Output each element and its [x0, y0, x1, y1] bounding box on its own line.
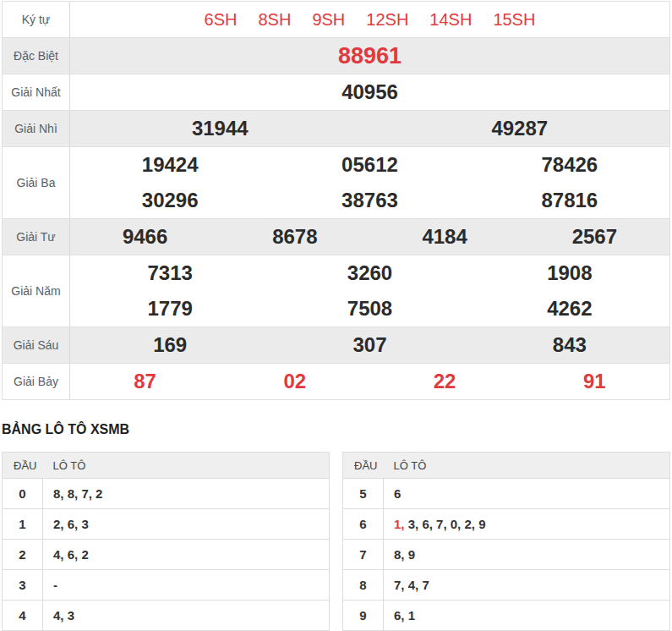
loto-value: 3: [68, 608, 74, 623]
prize-number: 4262: [547, 297, 592, 320]
prize-cell: 8SH: [259, 10, 292, 30]
prize-number: 05612: [341, 153, 398, 176]
prize-label: Đặc Biệt: [3, 38, 70, 74]
loto-value: 7: [422, 578, 429, 592]
loto-value: 6,: [68, 547, 79, 562]
loto-row-dau-3: 3-: [3, 570, 330, 601]
prize-cell: 12SH: [366, 10, 408, 30]
prize-label: Giải Năm: [3, 255, 70, 326]
prize-number: 30296: [142, 189, 199, 211]
loto-tables: ĐẦULÔ TÔ08, 8, 7, 212, 6, 324, 6, 23-44,…: [2, 452, 670, 631]
prize-cell: 22: [370, 370, 520, 393]
prize-line: 6SH8SH9SH12SH14SH15SH: [70, 2, 669, 37]
loto-value: 2: [96, 486, 102, 501]
prize-number: 6SH: [205, 10, 238, 29]
loto-value: 2,: [464, 517, 475, 531]
loto-value: 6,: [394, 608, 405, 623]
loto-row-dau-1: 12, 6, 3: [3, 509, 330, 540]
prize-cell: 38763: [270, 189, 469, 212]
loto-value: 4,: [53, 608, 64, 623]
prize-number: 91: [583, 370, 606, 392]
prize-line: 302963876387816: [70, 183, 669, 218]
prize-cell: 307: [270, 333, 469, 357]
loto-col-header-loto: LÔ TÔ: [384, 453, 670, 479]
prize-cell: 19424: [70, 153, 270, 177]
loto-value: 8,: [53, 486, 64, 501]
loto-col-header-dau: ĐẦU: [3, 453, 43, 479]
prize-number: 87: [134, 370, 156, 392]
loto-values-cell: -: [43, 570, 330, 601]
loto-value: 4,: [53, 547, 64, 562]
loto-values-cell: 8, 8, 7, 2: [43, 479, 330, 509]
prize-cell: 169: [70, 333, 270, 357]
prize-number: 78426: [541, 153, 598, 176]
loto-values-cell: 7, 4, 7: [384, 570, 670, 601]
prize-cell: 7313: [70, 261, 270, 285]
prize-cell: 9466: [70, 225, 220, 249]
prize-line: 3194449287: [70, 111, 669, 146]
prize-values: 194240561278426302963876387816: [70, 147, 669, 218]
prize-number: 15SH: [493, 10, 535, 29]
loto-table-left: ĐẦULÔ TÔ08, 8, 7, 212, 6, 324, 6, 23-44,…: [2, 452, 330, 631]
prize-number: 02: [284, 370, 307, 392]
prize-number: 7313: [147, 261, 192, 284]
prize-cell: 9SH: [312, 10, 345, 30]
prize-row-giai-nhat: Giải Nhất40956: [3, 74, 669, 111]
prize-number: 3260: [347, 261, 392, 284]
loto-values-cell: 4, 6, 2: [43, 540, 330, 570]
loto-dau-cell: 7: [343, 540, 384, 570]
loto-section-title: BẢNG LÔ TÔ XSMB: [2, 422, 672, 437]
loto-row-dau-9: 96, 1: [343, 601, 670, 631]
prize-number: 307: [352, 333, 386, 356]
loto-header-row: ĐẦULÔ TÔ: [343, 453, 670, 479]
prize-cell: 14SH: [429, 10, 472, 30]
loto-value: 3,: [408, 517, 419, 531]
prize-values: 87022291: [70, 364, 669, 399]
prize-row-giai-sau: Giải Sáu169307843: [3, 327, 669, 364]
prize-number: 9SH: [312, 10, 345, 29]
loto-value: 9: [478, 517, 485, 531]
prize-label: Giải Tư: [3, 219, 70, 255]
results-table: Ký tự6SH8SH9SH12SH14SH15SHĐặc Biệt88961G…: [2, 1, 670, 400]
loto-value: 7,: [394, 578, 405, 592]
loto-value: 1: [408, 608, 415, 623]
prize-cell: 91: [520, 370, 669, 393]
prize-cell: 15SH: [493, 10, 535, 30]
prize-cell: 1908: [470, 261, 669, 285]
prize-values: 3194449287: [70, 111, 669, 146]
prize-number: 12SH: [366, 10, 408, 29]
prize-cell: 3260: [270, 261, 469, 285]
prize-label: Giải Nhì: [3, 111, 70, 146]
loto-row-dau-8: 87, 4, 7: [343, 570, 670, 601]
prize-number: 1908: [547, 261, 592, 284]
loto-value: -: [53, 578, 57, 592]
loto-table-right: ĐẦULÔ TÔ5661, 3, 6, 7, 0, 2, 978, 987, 4…: [342, 452, 670, 631]
loto-row-dau-4: 44, 3: [3, 601, 330, 631]
loto-values-cell: 1, 3, 6, 7, 0, 2, 9: [384, 509, 670, 540]
prize-cell: 1779: [70, 297, 270, 321]
prize-values: 40956: [70, 74, 669, 110]
prize-cell: 40956: [70, 80, 669, 104]
loto-row-dau-0: 08, 8, 7, 2: [3, 479, 330, 509]
prize-number: 38763: [341, 189, 398, 211]
prize-number: 7508: [347, 297, 392, 320]
loto-values-cell: 2, 6, 3: [43, 509, 330, 540]
loto-dau-cell: 5: [343, 479, 384, 509]
loto-col-header-loto: LÔ TÔ: [43, 453, 330, 479]
prize-cell: 02: [220, 370, 369, 393]
prize-line: 194240561278426: [70, 147, 669, 183]
prize-values: 9466867841842567: [70, 219, 669, 255]
loto-row-dau-6: 61, 3, 6, 7, 0, 2, 9: [343, 509, 670, 540]
prize-row-giai-nhi: Giải Nhì3194449287: [3, 111, 669, 147]
loto-value: 2,: [53, 517, 64, 531]
prize-line: 40956: [70, 74, 669, 110]
loto-value: 4,: [408, 578, 419, 592]
loto-values-cell: 6, 1: [384, 601, 670, 631]
prize-number: 22: [434, 370, 456, 392]
prize-values: 731332601908177975084262: [70, 255, 669, 326]
prize-cell: 87: [70, 370, 220, 393]
prize-line: 177975084262: [70, 291, 669, 326]
prize-cell: 7508: [270, 297, 469, 321]
prize-number: 87816: [541, 189, 598, 211]
loto-values-cell: 8, 9: [384, 540, 670, 570]
